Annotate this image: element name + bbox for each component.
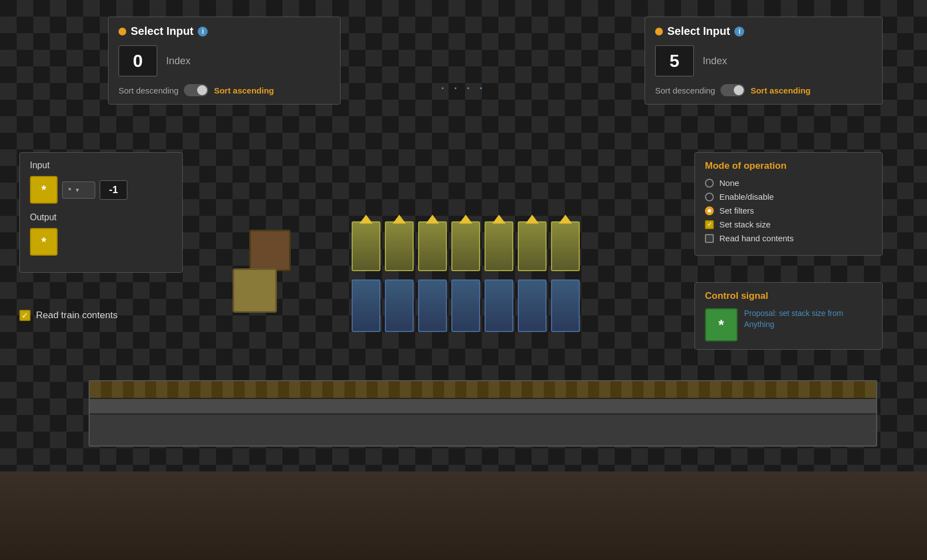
panel-left-sort-asc-label: Sort ascending bbox=[214, 86, 274, 95]
mode-label-read-hand-contents: Read hand contents bbox=[719, 234, 794, 243]
mode-radio-enable-disable[interactable] bbox=[705, 193, 714, 201]
panel-left-index-value[interactable]: 0 bbox=[119, 45, 157, 76]
select-input-panel-right: Select Input i 5 Index Sort descending S… bbox=[645, 17, 883, 105]
mode-label-set-filters: Set filters bbox=[719, 206, 754, 215]
mode-radio-inner-set-filters bbox=[708, 209, 711, 212]
io-section: Input * * ▼ -1 Output * bbox=[19, 152, 183, 273]
panel-left-title: Select Input bbox=[131, 25, 193, 38]
panel-left-info-icon[interactable]: i bbox=[198, 27, 208, 37]
output-signal-box[interactable]: * bbox=[30, 228, 58, 256]
select-input-panel-left: Select Input i 0 Index Sort descending S… bbox=[108, 17, 341, 105]
mode-radio-none[interactable] bbox=[705, 179, 714, 188]
mode-option-none[interactable]: None bbox=[705, 178, 872, 188]
panel-right-toggle-knob bbox=[734, 85, 744, 95]
read-train-contents-row: ✓ Read train contents bbox=[19, 310, 117, 321]
mode-of-operation-section: Mode of operation None Enable/disable Se… bbox=[694, 152, 883, 256]
panel-right-sort-asc-label: Sort ascending bbox=[750, 86, 810, 95]
mode-option-set-stack-size[interactable]: ✓ Set stack size bbox=[705, 220, 872, 229]
input-signal-box[interactable]: * bbox=[30, 176, 58, 204]
output-section: Output * bbox=[30, 212, 172, 256]
panel-right-dot bbox=[655, 28, 663, 35]
dropdown-arrow-icon: ▼ bbox=[75, 187, 80, 193]
panel-right-title-row: Select Input i bbox=[655, 25, 872, 38]
input-dropdown[interactable]: * ▼ bbox=[62, 182, 95, 199]
ground-strip bbox=[0, 471, 927, 560]
read-train-label: Read train contents bbox=[36, 310, 117, 321]
input-section-title: Input bbox=[30, 160, 172, 170]
input-row: * * ▼ -1 bbox=[30, 176, 172, 204]
control-signal-section: Control signal * Proposal: set stack siz… bbox=[694, 282, 883, 350]
mode-option-enable-disable[interactable]: Enable/disable bbox=[705, 192, 872, 201]
input-value-box[interactable]: -1 bbox=[100, 180, 127, 200]
mode-checkbox-read-hand-contents[interactable] bbox=[705, 234, 714, 243]
panel-right-toggle-row: Sort descending Sort ascending bbox=[655, 84, 872, 96]
panel-left-index-row: 0 Index bbox=[119, 45, 330, 76]
panel-left-toggle-knob bbox=[197, 85, 207, 95]
control-signal-title: Control signal bbox=[705, 291, 872, 302]
panel-left-sort-desc-label: Sort descending bbox=[119, 86, 178, 95]
panel-right-sort-desc-label: Sort descending bbox=[655, 86, 715, 95]
read-train-checkbox[interactable]: ✓ bbox=[19, 310, 30, 321]
control-signal-proposal-text: Proposal: set stack size from Anything bbox=[744, 308, 872, 330]
mode-label-enable-disable: Enable/disable bbox=[719, 192, 774, 201]
panel-left-index-label: Index bbox=[166, 55, 190, 67]
output-section-title: Output bbox=[30, 212, 172, 222]
mode-label-set-stack-size: Set stack size bbox=[719, 220, 771, 229]
panel-left-toggle-row: Sort descending Sort ascending bbox=[119, 84, 330, 96]
panel-right-title: Select Input bbox=[667, 25, 730, 38]
panel-right-index-row: 5 Index bbox=[655, 45, 872, 76]
panel-right-index-label: Index bbox=[703, 55, 727, 67]
mode-radio-set-filters[interactable] bbox=[705, 206, 714, 215]
mode-option-read-hand-contents[interactable]: Read hand contents bbox=[705, 234, 872, 243]
mode-checkbox-set-stack-size[interactable]: ✓ bbox=[705, 220, 714, 229]
mode-label-none: None bbox=[719, 178, 739, 188]
dropdown-value: * bbox=[68, 185, 71, 195]
control-signal-box[interactable]: * bbox=[705, 308, 738, 341]
separator-dots: · · · · bbox=[441, 82, 486, 95]
panel-right-index-value[interactable]: 5 bbox=[655, 45, 694, 76]
mode-option-set-filters[interactable]: Set filters bbox=[705, 206, 872, 215]
panel-left-toggle-switch[interactable] bbox=[184, 84, 208, 96]
control-signal-row: * Proposal: set stack size from Anything bbox=[705, 308, 872, 341]
panel-right-info-icon[interactable]: i bbox=[734, 27, 744, 37]
panel-right-toggle-switch[interactable] bbox=[720, 84, 745, 96]
panel-left-title-row: Select Input i bbox=[119, 25, 330, 38]
output-row: * bbox=[30, 228, 172, 256]
panel-left-dot bbox=[119, 28, 126, 35]
mode-section-title: Mode of operation bbox=[705, 160, 872, 172]
